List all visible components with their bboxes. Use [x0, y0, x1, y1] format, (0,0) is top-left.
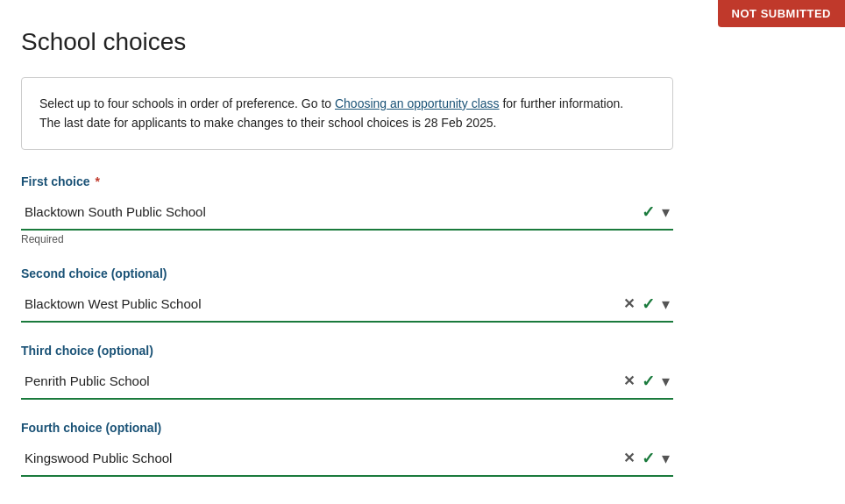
clear-icon[interactable]: ✕	[623, 373, 635, 389]
second-choice-label: Second choice (optional)	[21, 266, 673, 280]
required-hint: Required	[21, 233, 673, 245]
first-choice-select-wrapper[interactable]: Blacktown South Public School ✓ ▾	[21, 194, 673, 231]
info-box: Select up to four schools in order of pr…	[21, 77, 673, 150]
required-star: *	[92, 174, 100, 188]
third-choice-group: Third choice (optional) Penrith Public S…	[21, 344, 673, 400]
third-choice-select-wrapper[interactable]: Penrith Public School ✕ ✓ ▾	[21, 363, 673, 400]
third-choice-icons: ✕ ✓ ▾	[623, 372, 670, 391]
fourth-choice-select-display[interactable]: Kingswood Public School ✕ ✓ ▾	[21, 440, 673, 475]
check-icon: ✓	[642, 372, 655, 391]
fourth-choice-group: Fourth choice (optional) Kingswood Publi…	[21, 421, 673, 477]
page-content: School choices Select up to four schools…	[0, 0, 701, 504]
fourth-choice-label: Fourth choice (optional)	[21, 421, 673, 435]
second-choice-group: Second choice (optional) Blacktown West …	[21, 266, 673, 323]
first-choice-select-display[interactable]: Blacktown South Public School ✓ ▾	[21, 194, 673, 229]
clear-icon[interactable]: ✕	[623, 295, 635, 312]
info-text-line2: The last date for applicants to make cha…	[39, 116, 496, 130]
check-icon: ✓	[642, 449, 655, 468]
second-choice-select-wrapper[interactable]: Blacktown West Public School ✕ ✓ ▾	[21, 286, 673, 323]
first-choice-group: First choice * Blacktown South Public Sc…	[21, 174, 673, 245]
first-choice-value: Blacktown South Public School	[25, 204, 642, 219]
third-choice-label: Third choice (optional)	[21, 344, 673, 358]
second-choice-value: Blacktown West Public School	[25, 296, 623, 311]
chevron-down-icon[interactable]: ▾	[662, 372, 670, 391]
fourth-choice-select-wrapper[interactable]: Kingswood Public School ✕ ✓ ▾	[21, 440, 673, 477]
chevron-down-icon[interactable]: ▾	[662, 295, 670, 314]
check-icon: ✓	[642, 295, 655, 314]
clear-icon[interactable]: ✕	[623, 450, 635, 466]
chevron-down-icon[interactable]: ▾	[662, 202, 670, 222]
fourth-choice-value: Kingswood Public School	[25, 451, 623, 465]
info-text-after-link: for further information.	[500, 96, 624, 110]
fourth-choice-icons: ✕ ✓ ▾	[623, 449, 670, 468]
second-choice-select-display[interactable]: Blacktown West Public School ✕ ✓ ▾	[21, 286, 673, 321]
check-icon: ✓	[642, 202, 655, 222]
first-choice-label: First choice *	[21, 174, 673, 188]
third-choice-select-display[interactable]: Penrith Public School ✕ ✓ ▾	[21, 363, 673, 398]
chevron-down-icon[interactable]: ▾	[662, 449, 670, 468]
not-submitted-badge: NOT SUBMITTED	[718, 0, 845, 27]
info-text-before-link: Select up to four schools in order of pr…	[39, 96, 335, 110]
second-choice-icons: ✕ ✓ ▾	[623, 295, 670, 314]
page-title: School choices	[21, 28, 673, 56]
third-choice-value: Penrith Public School	[25, 373, 623, 388]
first-choice-icons: ✓ ▾	[642, 202, 670, 222]
opportunity-class-link[interactable]: Choosing an opportunity class	[335, 96, 500, 110]
